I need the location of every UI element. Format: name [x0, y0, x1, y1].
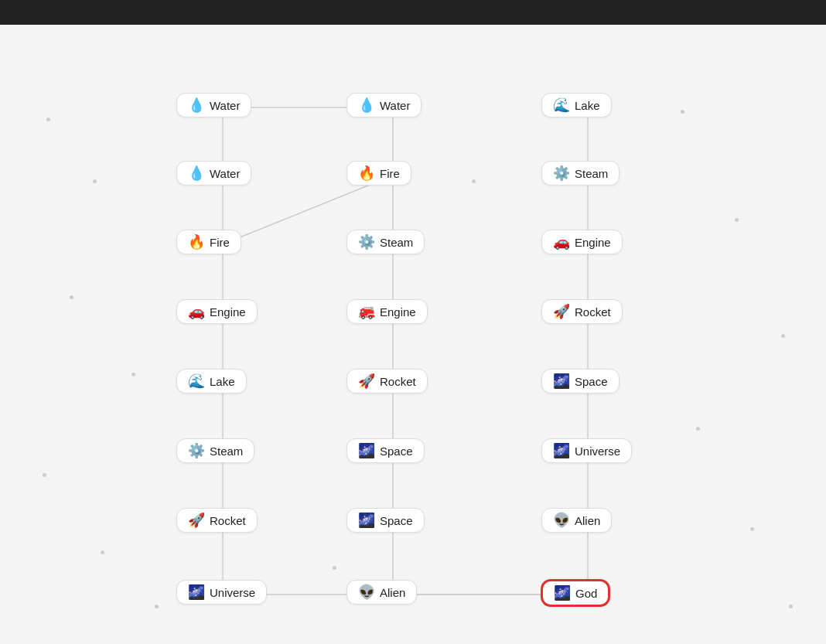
card-rocket3[interactable]: 🚀Rocket [176, 508, 258, 533]
card-label-space1: Space [575, 375, 608, 388]
card-emoji-steam3: ⚙️ [188, 444, 205, 458]
card-water2[interactable]: 💧Water [346, 93, 422, 118]
card-label-water3: Water [210, 167, 240, 180]
card-label-steam2: Steam [380, 236, 413, 249]
card-steam3[interactable]: ⚙️Steam [176, 438, 254, 463]
card-label-engine1: Engine [575, 236, 611, 249]
card-label-steam3: Steam [210, 445, 243, 458]
card-engine2[interactable]: 🚗Engine [176, 299, 258, 324]
card-emoji-engine3: 🚒 [358, 305, 375, 319]
card-alien1[interactable]: 👽Alien [541, 508, 612, 533]
card-label-fire1: Fire [380, 167, 400, 180]
card-emoji-fire1: 🔥 [358, 166, 375, 180]
card-label-rocket2: Rocket [380, 375, 416, 388]
card-alien2[interactable]: 👽Alien [346, 580, 417, 605]
card-emoji-space3: 🌌 [358, 513, 375, 527]
card-fire1[interactable]: 🔥Fire [346, 161, 411, 186]
card-label-alien2: Alien [380, 586, 405, 599]
decorative-dot [333, 566, 336, 570]
card-label-rocket3: Rocket [210, 514, 246, 527]
card-emoji-rocket1: 🚀 [553, 305, 570, 319]
card-god[interactable]: 🌌God [541, 580, 609, 606]
card-label-god: God [575, 587, 597, 600]
card-space3[interactable]: 🌌Space [346, 508, 425, 533]
card-label-steam1: Steam [575, 167, 608, 180]
card-emoji-alien2: 👽 [358, 585, 375, 599]
card-emoji-universe1: 🌌 [553, 444, 570, 458]
card-label-lake1: Lake [575, 99, 600, 112]
card-emoji-water1: 💧 [188, 98, 205, 112]
card-universe2[interactable]: 🌌Universe [176, 580, 267, 605]
card-label-alien1: Alien [575, 514, 600, 527]
craft-canvas: 💧Water💧Water🌊Lake💧Water🔥Fire⚙️Steam🔥Fire… [0, 25, 826, 644]
card-label-universe2: Universe [210, 586, 255, 599]
decorative-dot [43, 473, 46, 477]
card-water1[interactable]: 💧Water [176, 93, 251, 118]
card-label-engine3: Engine [380, 305, 416, 319]
card-label-fire2: Fire [210, 236, 230, 249]
card-emoji-engine1: 🚗 [553, 235, 570, 249]
decorative-dot [93, 179, 97, 183]
decorative-dot [101, 550, 104, 554]
decorative-dot [750, 527, 754, 531]
card-steam1[interactable]: ⚙️Steam [541, 161, 620, 186]
card-emoji-steam1: ⚙️ [553, 166, 570, 180]
card-water3[interactable]: 💧Water [176, 161, 251, 186]
decorative-dot [681, 110, 684, 114]
decorative-dot [735, 218, 739, 222]
decorative-dot [131, 373, 135, 377]
decorative-dot [70, 295, 73, 299]
card-label-engine2: Engine [210, 305, 246, 319]
card-emoji-water2: 💧 [358, 98, 375, 112]
card-label-rocket1: Rocket [575, 305, 611, 319]
card-emoji-engine2: 🚗 [188, 305, 205, 319]
card-label-water1: Water [210, 99, 240, 112]
card-emoji-space2: 🌌 [358, 444, 375, 458]
card-label-lake2: Lake [210, 375, 235, 388]
card-steam2[interactable]: ⚙️Steam [346, 230, 425, 254]
card-emoji-space1: 🌌 [553, 374, 570, 388]
card-emoji-lake2: 🌊 [188, 374, 205, 388]
decorative-dot [472, 179, 476, 183]
decorative-dot [696, 427, 700, 431]
card-emoji-rocket2: 🚀 [358, 374, 375, 388]
connection-lines [0, 25, 826, 644]
card-emoji-universe2: 🌌 [188, 585, 205, 599]
top-bar [0, 0, 826, 25]
card-label-universe1: Universe [575, 445, 620, 458]
card-space2[interactable]: 🌌Space [346, 438, 425, 463]
card-engine3[interactable]: 🚒Engine [346, 299, 428, 324]
card-engine1[interactable]: 🚗Engine [541, 230, 623, 254]
card-emoji-god: 🌌 [554, 586, 571, 600]
card-emoji-rocket3: 🚀 [188, 513, 205, 527]
card-rocket1[interactable]: 🚀Rocket [541, 299, 623, 324]
card-emoji-lake1: 🌊 [553, 98, 570, 112]
decorative-dot [155, 605, 159, 608]
card-lake2[interactable]: 🌊Lake [176, 369, 247, 394]
card-emoji-alien1: 👽 [553, 513, 570, 527]
card-universe1[interactable]: 🌌Universe [541, 438, 632, 463]
card-label-space2: Space [380, 445, 413, 458]
card-label-water2: Water [380, 99, 410, 112]
card-emoji-fire2: 🔥 [188, 235, 205, 249]
decorative-dot [781, 334, 785, 338]
card-emoji-water3: 💧 [188, 166, 205, 180]
card-space1[interactable]: 🌌Space [541, 369, 620, 394]
card-lake1[interactable]: 🌊Lake [541, 93, 612, 118]
card-rocket2[interactable]: 🚀Rocket [346, 369, 428, 394]
decorative-dot [46, 118, 50, 121]
card-fire2[interactable]: 🔥Fire [176, 230, 241, 254]
card-label-space3: Space [380, 514, 413, 527]
decorative-dot [789, 605, 793, 608]
card-emoji-steam2: ⚙️ [358, 235, 375, 249]
